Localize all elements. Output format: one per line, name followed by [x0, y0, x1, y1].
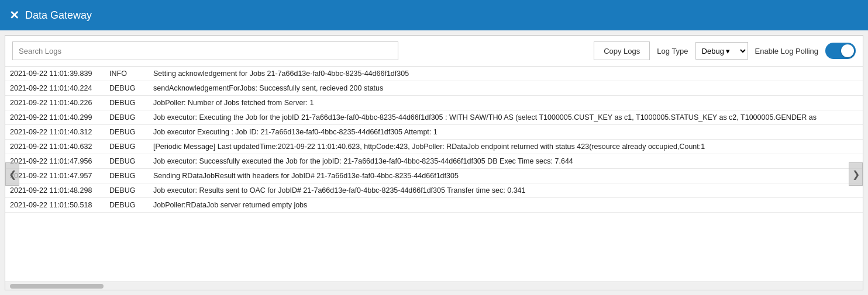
log-timestamp: 2021-09-22 11:01:47.956: [5, 154, 105, 169]
log-scroll-area[interactable]: 2021-09-22 11:01:39.839INFOSetting ackno…: [5, 67, 863, 282]
log-message: Job executor: Successfully executed the …: [149, 154, 863, 169]
log-level: DEBUG: [105, 110, 149, 125]
copy-logs-button[interactable]: Copy Logs: [594, 41, 650, 60]
log-timestamp: 2021-09-22 11:01:47.957: [5, 169, 105, 183]
search-input[interactable]: [12, 41, 398, 60]
toolbar: Copy Logs Log Type Debug ▾ Enable Log Po…: [5, 36, 863, 67]
log-message: Sending RDataJobResult with headers for …: [149, 169, 863, 183]
log-timestamp: 2021-09-22 11:01:50.518: [5, 198, 105, 213]
log-row: 2021-09-22 11:01:40.312DEBUGJob executor…: [5, 125, 863, 140]
log-timestamp: 2021-09-22 11:01:40.226: [5, 96, 105, 110]
log-table: 2021-09-22 11:01:39.839INFOSetting ackno…: [5, 67, 863, 213]
log-timestamp: 2021-09-22 11:01:40.224: [5, 81, 105, 96]
log-message: Job executor: Executing the Job for the …: [149, 110, 863, 125]
log-message: Setting acknowledgement for Jobs 21-7a66…: [149, 67, 863, 81]
log-message: [Periodic Message] Last updatedTime:2021…: [149, 140, 863, 154]
log-timestamp: 2021-09-22 11:01:48.298: [5, 183, 105, 198]
log-row: 2021-09-22 11:01:47.957DEBUGSending RDat…: [5, 169, 863, 183]
toggle-track: [825, 43, 856, 59]
log-level: DEBUG: [105, 81, 149, 96]
log-level: DEBUG: [105, 169, 149, 183]
log-type-select[interactable]: Debug ▾: [695, 42, 748, 60]
enable-polling-toggle[interactable]: [825, 43, 856, 59]
nav-arrow-left[interactable]: ❮: [5, 162, 19, 186]
horizontal-scrollbar[interactable]: [5, 282, 863, 290]
nav-arrow-right[interactable]: ❯: [849, 162, 863, 186]
log-level: INFO: [105, 67, 149, 81]
log-row: 2021-09-22 11:01:39.839INFOSetting ackno…: [5, 67, 863, 81]
log-wrapper: ❮ ❯ 2021-09-22 11:01:39.839INFOSetting a…: [5, 67, 863, 290]
app-title: Data Gateway: [25, 9, 92, 22]
toggle-thumb: [841, 44, 854, 57]
log-timestamp: 2021-09-22 11:01:40.312: [5, 125, 105, 140]
enable-polling-label: Enable Log Polling: [755, 47, 818, 55]
log-message: JobPoller: Number of Jobs fetched from S…: [149, 96, 863, 110]
log-message: JobPoller:RDataJob server returned empty…: [149, 198, 863, 213]
log-row: 2021-09-22 11:01:48.298DEBUGJob executor…: [5, 183, 863, 198]
log-row: 2021-09-22 11:01:40.226DEBUGJobPoller: N…: [5, 96, 863, 110]
log-message: sendAcknowledgementForJobs: Successfully…: [149, 81, 863, 96]
log-level: DEBUG: [105, 96, 149, 110]
scroll-thumb: [10, 284, 104, 289]
log-level: DEBUG: [105, 183, 149, 198]
main-panel: Copy Logs Log Type Debug ▾ Enable Log Po…: [5, 35, 863, 290]
log-timestamp: 2021-09-22 11:01:39.839: [5, 67, 105, 81]
log-level: DEBUG: [105, 154, 149, 169]
log-level: DEBUG: [105, 198, 149, 213]
log-message: Job executor Executing : Job ID: 21-7a66…: [149, 125, 863, 140]
log-timestamp: 2021-09-22 11:01:40.632: [5, 140, 105, 154]
log-timestamp: 2021-09-22 11:01:40.299: [5, 110, 105, 125]
log-row: 2021-09-22 11:01:50.518DEBUGJobPoller:RD…: [5, 198, 863, 213]
log-row: 2021-09-22 11:01:40.632DEBUG[Periodic Me…: [5, 140, 863, 154]
log-type-label: Log Type: [657, 47, 688, 55]
log-level: DEBUG: [105, 125, 149, 140]
log-message: Job executor: Results sent to OAC for Jo…: [149, 183, 863, 198]
log-level: DEBUG: [105, 140, 149, 154]
title-bar: ✕ Data Gateway: [0, 0, 868, 30]
log-row: 2021-09-22 11:01:47.956DEBUGJob executor…: [5, 154, 863, 169]
log-row: 2021-09-22 11:01:40.299DEBUGJob executor…: [5, 110, 863, 125]
app-icon: ✕: [9, 8, 19, 22]
log-row: 2021-09-22 11:01:40.224DEBUGsendAcknowle…: [5, 81, 863, 96]
